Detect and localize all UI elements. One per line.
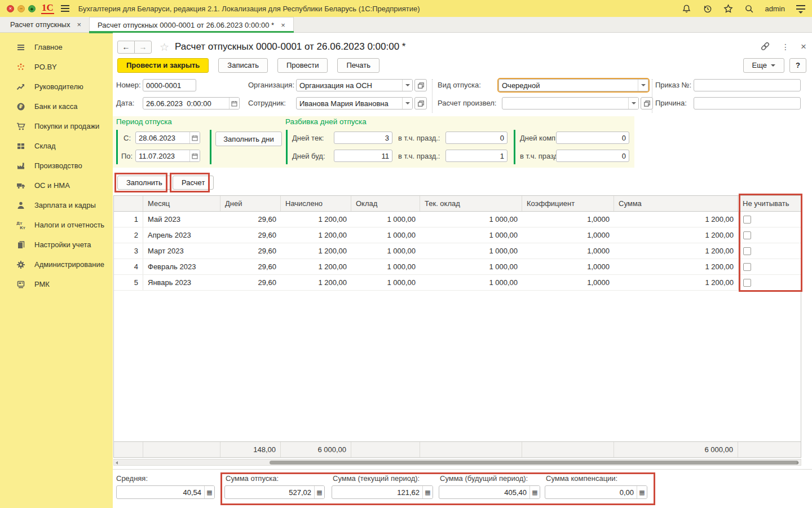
sidebar-item-warehouse[interactable]: Склад — [0, 136, 113, 156]
sidebar-item-fixed-assets[interactable]: ОС и НМА — [0, 176, 113, 195]
table-row[interactable]: 2 Апрель 2023 29,60 1 200,00 1 000,00 1 … — [114, 227, 801, 243]
horizontal-scrollbar[interactable] — [113, 459, 801, 466]
column-coef[interactable]: Коэффициент — [522, 196, 614, 211]
nav-back-button[interactable]: ← — [117, 41, 135, 54]
calendar-icon[interactable] — [189, 150, 200, 161]
chevron-down-icon[interactable] — [402, 80, 412, 91]
sidebar-item-main[interactable]: Главное — [0, 37, 113, 57]
sidebar-item-rmk[interactable]: РМК — [0, 274, 113, 294]
order-number-field[interactable] — [694, 80, 800, 91]
table-row[interactable]: 5 Январь 2023 29,60 1 200,00 1 000,00 1 … — [114, 275, 801, 291]
favorite-star-icon[interactable]: ☆ — [160, 41, 169, 54]
employee-open-icon[interactable] — [414, 97, 427, 110]
scrollbar-thumb[interactable] — [270, 461, 798, 465]
days-current-field[interactable] — [334, 132, 392, 143]
calculator-icon[interactable]: ▦ — [637, 486, 647, 498]
sidebar-item-bank[interactable]: ₽ Банк и касса — [0, 97, 113, 116]
column-not-count[interactable]: Не учитывать — [738, 196, 801, 211]
tab-close-icon[interactable]: × — [281, 21, 285, 29]
number-field[interactable] — [143, 80, 196, 91]
sidebar-item-salary[interactable]: Зарплата и кадры — [0, 195, 113, 215]
not-count-checkbox[interactable] — [743, 247, 751, 255]
window-minimize-icon[interactable]: − — [17, 5, 25, 12]
column-accrued[interactable]: Начислено — [281, 196, 351, 211]
chevron-down-icon[interactable] — [628, 98, 638, 109]
incl-holidays-future-field[interactable] — [446, 150, 507, 161]
sidebar-item-administration[interactable]: Администрирование — [0, 255, 113, 274]
form-close-icon[interactable]: × — [801, 41, 806, 52]
column-month[interactable]: Месяц — [143, 196, 220, 211]
save-button[interactable]: Записать — [218, 58, 268, 73]
vacation-type-combo[interactable] — [498, 79, 648, 91]
table-row[interactable]: 1 Май 2023 29,60 1 200,00 1 000,00 1 000… — [114, 212, 801, 227]
tab-vacation-document[interactable]: Расчет отпускных 0000-0001 от 26.06.2023… — [89, 17, 294, 33]
search-icon[interactable] — [744, 4, 754, 14]
calendar-icon[interactable] — [229, 98, 239, 109]
vacation-sum-field[interactable]: ▦ — [224, 485, 325, 499]
main-menu-icon[interactable] — [61, 3, 69, 14]
fill-button[interactable]: Заполнить — [117, 176, 171, 190]
sidebar-item-manager[interactable]: Руководителю — [0, 77, 113, 97]
days-comp-field[interactable] — [557, 132, 629, 143]
reason-field[interactable] — [694, 98, 800, 109]
organization-combo[interactable] — [296, 79, 413, 91]
calculated-by-combo[interactable] — [502, 97, 639, 110]
incl-holidays-current-field[interactable] — [446, 132, 507, 143]
calculator-icon[interactable]: ▦ — [314, 486, 324, 498]
incl-holidays-comp-field[interactable] — [557, 150, 629, 161]
employee-combo[interactable] — [296, 97, 413, 110]
period-to-field[interactable] — [135, 150, 200, 162]
print-button[interactable]: Печать — [337, 58, 379, 73]
not-count-checkbox[interactable] — [743, 263, 751, 271]
not-count-checkbox[interactable] — [743, 231, 751, 239]
sidebar-item-accounting-settings[interactable]: Настройки учета — [0, 235, 113, 255]
help-button[interactable]: ? — [789, 58, 806, 73]
post-and-close-button[interactable]: Провести и закрыть — [117, 58, 209, 73]
service-menu-icon[interactable] — [796, 4, 805, 14]
calculated-by-open-icon[interactable] — [641, 97, 653, 110]
link-icon[interactable] — [760, 41, 770, 53]
calculator-icon[interactable]: ▦ — [529, 486, 540, 498]
scroll-right-icon[interactable] — [797, 461, 799, 465]
column-cur-salary[interactable]: Тек. оклад — [420, 196, 522, 211]
column-rownum[interactable] — [114, 196, 143, 211]
chevron-down-icon[interactable] — [638, 80, 648, 91]
compensation-sum-field[interactable]: ▦ — [545, 485, 647, 499]
window-maximize-icon[interactable]: ◆ — [28, 5, 36, 12]
sidebar-item-production[interactable]: Производство — [0, 156, 113, 176]
date-field[interactable] — [143, 97, 240, 110]
average-field[interactable]: ▦ — [116, 485, 215, 499]
calculator-icon[interactable]: ▦ — [422, 486, 433, 498]
sidebar-item-purchases[interactable]: Покупки и продажи — [0, 116, 113, 136]
sidebar-item-taxes[interactable]: ДтКт Налоги и отчетность — [0, 215, 113, 235]
current-period-sum-field[interactable]: ▦ — [332, 485, 433, 499]
days-future-field[interactable] — [334, 150, 392, 161]
calendar-icon[interactable] — [189, 132, 200, 143]
future-period-sum-field[interactable]: ▦ — [439, 485, 540, 499]
tab-vacation-list[interactable]: Расчет отпускных × — [2, 17, 89, 32]
column-days[interactable]: Дней — [220, 196, 281, 211]
calculator-icon[interactable]: ▦ — [204, 486, 214, 498]
not-count-checkbox[interactable] — [743, 216, 751, 224]
bell-icon[interactable] — [682, 4, 691, 14]
table-row[interactable]: 4 Февраль 2023 29,60 1 200,00 1 000,00 1… — [114, 259, 801, 275]
scroll-left-icon[interactable] — [116, 461, 118, 465]
table-row[interactable]: 3 Март 2023 29,60 1 200,00 1 000,00 1 00… — [114, 243, 801, 259]
user-name[interactable]: admin — [765, 5, 785, 13]
window-close-icon[interactable]: × — [7, 5, 14, 12]
period-from-field[interactable] — [135, 132, 200, 144]
chevron-down-icon[interactable] — [402, 98, 412, 109]
tab-close-icon[interactable]: × — [77, 20, 81, 29]
sidebar-item-poby[interactable]: PO.BY — [0, 57, 113, 77]
post-button[interactable]: Провести — [277, 58, 328, 73]
fill-days-button[interactable]: Заполнить дни — [215, 132, 282, 146]
history-icon[interactable] — [703, 4, 712, 14]
more-dots-icon[interactable]: ⋮ — [782, 42, 789, 51]
nav-forward-button[interactable]: → — [134, 41, 152, 54]
not-count-checkbox[interactable] — [743, 279, 751, 287]
column-sum[interactable]: Сумма — [614, 196, 738, 211]
organization-open-icon[interactable] — [414, 79, 427, 91]
star-icon[interactable] — [723, 4, 733, 14]
column-salary[interactable]: Оклад — [351, 196, 420, 211]
more-button[interactable]: Еще — [743, 58, 784, 73]
